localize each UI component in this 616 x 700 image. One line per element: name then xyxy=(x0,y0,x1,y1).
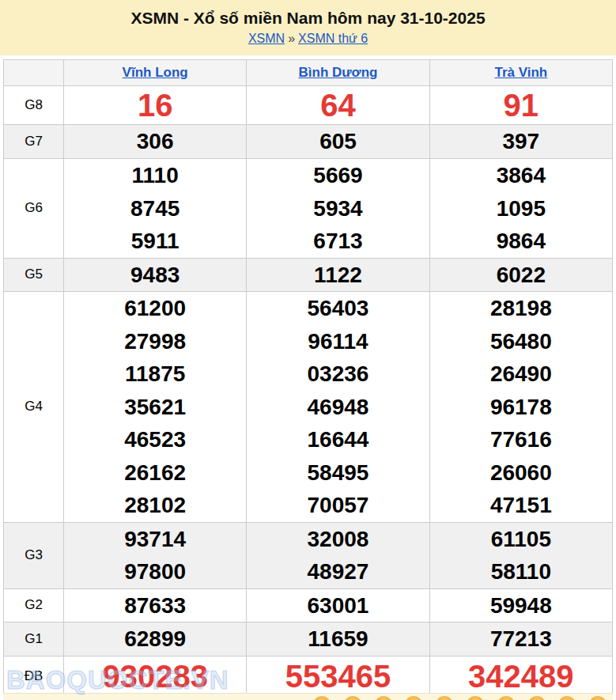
result-number: 58495 xyxy=(247,456,429,490)
prize-label-g3: G3 xyxy=(4,522,64,588)
result-cell-g4-binh-duong: 56403961140323646948166445849570057 xyxy=(247,292,429,523)
breadcrumb-separator: » xyxy=(288,32,295,45)
result-number: 553465 xyxy=(247,657,429,695)
result-cell-g3-tra-vinh: 6110558110 xyxy=(429,522,612,588)
lottery-results-page: XSMN - Xổ số miền Nam hôm nay 31-10-2025… xyxy=(0,0,616,700)
result-cell-g7-binh-duong: 605 xyxy=(247,125,429,159)
result-number: 930283 xyxy=(64,657,246,695)
column-header-vinh-long: Vĩnh Long xyxy=(64,60,247,86)
result-cell-g1-vinh-long: 62899 xyxy=(64,622,247,656)
result-number: 5669 xyxy=(247,159,429,192)
column-header-row: Vĩnh LongBình DươngTrà Vinh xyxy=(4,60,613,86)
column-link-binh-duong[interactable]: Bình Dương xyxy=(299,65,378,80)
result-number: 6713 xyxy=(247,225,429,258)
prize-label-g2: G2 xyxy=(4,588,64,622)
prize-label-db: ĐB xyxy=(4,656,64,696)
result-cell-g5-binh-duong: 1122 xyxy=(247,258,429,292)
result-number: 5934 xyxy=(247,192,429,225)
result-cell-g1-binh-duong: 11659 xyxy=(247,622,429,656)
page-header: XSMN - Xổ số miền Nam hôm nay 31-10-2025… xyxy=(0,0,616,55)
next-section-preview xyxy=(3,693,613,700)
result-cell-g6-tra-vinh: 386410959864 xyxy=(429,159,612,259)
result-number: 26162 xyxy=(64,456,246,490)
result-number: 62899 xyxy=(64,622,246,656)
result-cell-g4-vinh-long: 61200279981187535621465232616228102 xyxy=(64,292,247,523)
result-number: 11659 xyxy=(247,622,429,656)
result-cell-g2-tra-vinh: 59948 xyxy=(429,588,612,622)
result-number: 61200 xyxy=(64,292,246,325)
prize-row-g1: G1628991165977213 xyxy=(4,622,613,656)
column-link-vinh-long[interactable]: Vĩnh Long xyxy=(123,65,188,80)
result-cell-g1-tra-vinh: 77213 xyxy=(429,622,612,656)
result-number: 70057 xyxy=(247,489,429,522)
result-number: 59948 xyxy=(430,589,612,622)
result-cell-g2-vinh-long: 87633 xyxy=(64,588,247,622)
result-number: 8745 xyxy=(64,192,246,225)
result-cell-g8-tra-vinh: 91 xyxy=(429,86,612,125)
result-cell-g8-vinh-long: 16 xyxy=(64,86,247,125)
prize-row-g6: G6111087455911566959346713386410959864 xyxy=(4,159,613,259)
result-number: 11875 xyxy=(64,358,246,391)
result-number: 91 xyxy=(430,86,612,124)
result-number: 27998 xyxy=(64,325,246,358)
column-header-tra-vinh: Trà Vinh xyxy=(429,60,612,86)
breadcrumb-link-xsmn[interactable]: XSMN xyxy=(248,32,285,45)
result-number: 48927 xyxy=(247,555,429,588)
lottery-ball-icon xyxy=(344,696,361,700)
result-number: 32008 xyxy=(247,523,429,556)
result-number: 1095 xyxy=(430,192,612,225)
results-table-body: G8166491G7306605397G61110874559115669593… xyxy=(4,86,613,697)
result-number: 605 xyxy=(247,125,429,158)
result-number: 5911 xyxy=(64,225,246,258)
prize-row-g4: G461200279981187535621465232616228102564… xyxy=(4,292,613,523)
result-cell-g5-tra-vinh: 6022 xyxy=(429,258,612,292)
result-number: 28102 xyxy=(64,489,246,522)
lottery-ball-icon xyxy=(436,696,453,700)
result-number: 26490 xyxy=(430,358,612,391)
page-title: XSMN - Xổ số miền Nam hôm nay 31-10-2025 xyxy=(0,9,616,28)
breadcrumb: XSMN»XSMN thứ 6 xyxy=(0,32,616,46)
result-number: 16644 xyxy=(247,423,429,456)
lottery-ball-icon xyxy=(375,696,392,700)
prize-row-g3: G3937149780032008489276110558110 xyxy=(4,522,613,588)
prize-row-g5: G5948311226022 xyxy=(4,258,613,292)
result-number: 87633 xyxy=(64,589,246,622)
result-number: 342489 xyxy=(430,657,612,695)
result-number: 9483 xyxy=(64,259,246,292)
result-cell-g6-vinh-long: 111087455911 xyxy=(64,159,247,259)
result-number: 1110 xyxy=(64,159,246,192)
result-cell-g7-vinh-long: 306 xyxy=(64,125,247,159)
column-link-tra-vinh[interactable]: Trà Vinh xyxy=(494,65,547,80)
result-number: 56480 xyxy=(430,325,612,358)
result-number: 77616 xyxy=(430,423,612,456)
lottery-ball-icon xyxy=(589,696,607,700)
result-number: 3864 xyxy=(430,159,612,192)
lottery-ball-icon xyxy=(467,696,484,700)
result-cell-g2-binh-duong: 63001 xyxy=(247,588,429,622)
column-header-binh-duong: Bình Dương xyxy=(247,60,429,86)
result-number: 46948 xyxy=(247,391,429,424)
result-cell-db-tra-vinh: 342489 xyxy=(429,656,612,696)
prize-label-g1: G1 xyxy=(4,622,64,656)
result-number: 46523 xyxy=(64,423,246,456)
result-number: 28198 xyxy=(430,292,612,325)
lottery-ball-icon xyxy=(558,696,576,700)
result-number: 47151 xyxy=(430,489,612,522)
result-number: 9864 xyxy=(430,225,612,258)
result-number: 6022 xyxy=(430,259,612,292)
result-number: 306 xyxy=(64,125,246,158)
lottery-ball-icon xyxy=(528,696,546,700)
result-cell-db-binh-duong: 553465 xyxy=(247,656,429,696)
breadcrumb-link-xsmn-thu-6[interactable]: XSMN thứ 6 xyxy=(298,32,368,45)
lottery-ball-icon xyxy=(313,696,331,700)
result-number: 97800 xyxy=(64,555,246,588)
result-cell-g3-binh-duong: 3200848927 xyxy=(247,522,429,588)
result-number: 63001 xyxy=(247,589,429,622)
corner-cell xyxy=(4,60,64,86)
prize-row-g8: G8166491 xyxy=(4,86,613,125)
result-number: 35621 xyxy=(64,391,246,424)
result-cell-db-vinh-long: 930283 xyxy=(64,656,247,696)
result-number: 64 xyxy=(247,86,429,124)
prize-row-g7: G7306605397 xyxy=(4,125,613,159)
prize-label-g6: G6 xyxy=(4,159,64,259)
